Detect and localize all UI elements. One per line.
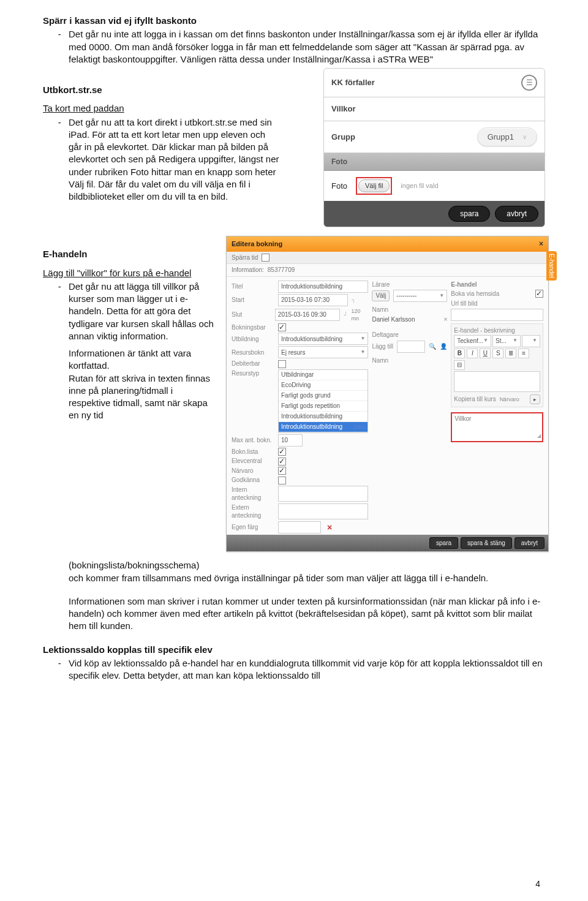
int-l: Intern anteckning xyxy=(232,486,274,502)
slut-field[interactable]: 2015-03-16 09:30 xyxy=(275,309,340,321)
resurstyp-list[interactable]: Utbildningar EcoDriving Farligt gods gru… xyxy=(278,369,368,433)
list-icon[interactable]: ≣ xyxy=(505,349,516,358)
foto-header: Foto xyxy=(324,153,545,171)
bok-l: Bokningsbar xyxy=(232,323,274,332)
rte-area[interactable] xyxy=(454,371,540,392)
valj-fil-highlight: Välj fil xyxy=(356,177,392,195)
res-item-selected[interactable]: Introduktionsutbildning 1001 xyxy=(279,422,368,432)
intern-text[interactable] xyxy=(278,486,368,502)
search-icon[interactable]: 🔍 xyxy=(429,342,436,351)
egf-l: Egen färg xyxy=(232,523,274,532)
titel-field[interactable]: Introduktionsutbildning xyxy=(278,281,368,293)
blist-checkbox[interactable] xyxy=(278,448,286,456)
ehandel-side-tab[interactable]: E-handel xyxy=(546,251,557,281)
avbryt-button[interactable]: avbryt xyxy=(495,206,538,222)
valj-btn[interactable]: Välj xyxy=(372,290,390,301)
page-number: 4 xyxy=(535,878,540,890)
laggtill-field[interactable] xyxy=(397,341,425,353)
res-code: 1001 xyxy=(353,422,365,432)
res-item[interactable]: Utbildningar xyxy=(279,370,368,380)
god-l: Godkänna xyxy=(232,476,274,484)
valj-fil-button[interactable]: Välj fil xyxy=(358,179,390,192)
close-icon[interactable]: × xyxy=(539,239,543,249)
egenfarg-field[interactable] xyxy=(278,521,321,533)
start-field[interactable]: 2015-03-16 07:30 xyxy=(278,294,348,306)
max-l: Max ant. bokn. xyxy=(232,436,274,445)
utb-select[interactable]: Introduktionsutbildning xyxy=(278,333,368,345)
teckenf-select[interactable]: Teckenf... xyxy=(454,335,491,347)
eh-head: E-handel xyxy=(451,281,543,289)
strike-icon[interactable]: S xyxy=(492,349,503,358)
st-select[interactable]: St... xyxy=(492,335,521,347)
size-select[interactable] xyxy=(522,335,540,347)
url-l: Url till bild xyxy=(451,300,543,308)
extern-text[interactable] xyxy=(278,503,368,519)
grupp-value-chip[interactable]: Grupp1 ∨ xyxy=(477,127,537,147)
larare-select[interactable]: ---------- xyxy=(393,290,447,302)
url-field[interactable] xyxy=(451,309,543,321)
copy-btn[interactable]: ▸ xyxy=(530,394,540,404)
align-icon[interactable]: ≡ xyxy=(518,349,529,358)
namn2-l: Namn xyxy=(372,356,447,365)
sparra-checkbox[interactable] xyxy=(262,254,270,262)
titel-l: Titel xyxy=(232,282,274,291)
dialog-col1: Titel Introduktionsutbildning Start 2015… xyxy=(232,281,368,533)
sparra-bar: Spärra tid xyxy=(227,252,548,265)
row-grupp[interactable]: Grupp Grupp1 ∨ xyxy=(324,121,545,154)
boka-l: Boka via hemsida xyxy=(451,290,532,298)
ipad-buttons: spara avbryt xyxy=(324,201,545,227)
editera-bokning-screenshot: Editera bokning × E-handel Spärra tid In… xyxy=(226,236,549,552)
dialog-col3: E-handel Boka via hemsida Url till bild … xyxy=(451,281,543,533)
clear-color-icon[interactable]: × xyxy=(327,524,332,530)
start-l: Start xyxy=(232,296,274,304)
narvaro-chip[interactable]: Närvaro xyxy=(500,396,519,403)
bold-icon[interactable]: B xyxy=(454,349,465,358)
res-item[interactable]: EcoDriving xyxy=(279,380,368,391)
lektions-body: Vid köp av lektionssaldo på e-handel har… xyxy=(66,657,545,682)
slut-l: Slut xyxy=(232,311,271,319)
lektions-list: Vid köp av lektionssaldo på e-handel har… xyxy=(43,657,545,682)
row-kk[interactable]: KK förfaller ☰ xyxy=(324,69,545,97)
row-villkor[interactable]: Villkor xyxy=(324,97,545,121)
deb-l: Debiterbar xyxy=(232,360,274,368)
res-item[interactable]: Farligt gods repetition xyxy=(279,401,368,412)
bok-checkbox[interactable] xyxy=(278,323,286,331)
boka-checkbox[interactable] xyxy=(535,290,543,298)
utb-l: Utbildning xyxy=(232,335,274,344)
max-field[interactable]: 10 xyxy=(278,434,303,447)
foto-label: Foto xyxy=(331,181,347,192)
reb-select[interactable]: Ej resurs xyxy=(278,346,368,358)
user-icon[interactable]: 👤 xyxy=(440,342,447,351)
god-checkbox[interactable] xyxy=(278,477,286,484)
blist-l: Bokn.lista xyxy=(232,448,274,456)
rte-toolbar: B I U S ≣ ≡ ⊟ xyxy=(454,349,540,370)
ext-l: Extern anteckning xyxy=(232,503,274,520)
delt-l: Deltagare xyxy=(372,331,447,339)
spara-stang-btn[interactable]: spara & stäng xyxy=(461,537,512,549)
deb-checkbox[interactable] xyxy=(278,360,286,368)
dialog-col2: Lärare Välj ---------- Namn Daniel Karls… xyxy=(372,281,447,533)
foto-body: Foto Välj fil ingen fil vald xyxy=(324,171,545,201)
underline-icon[interactable]: U xyxy=(480,349,491,358)
narv-l: Närvaro xyxy=(232,467,274,475)
narv-checkbox[interactable] xyxy=(278,467,286,475)
namn-l: Namn xyxy=(372,306,447,314)
spara-btn[interactable]: spara xyxy=(429,537,458,549)
kk-label: KK förfaller xyxy=(331,77,375,88)
olist-icon[interactable]: ⊟ xyxy=(454,360,465,370)
grupp-label: Grupp xyxy=(331,132,355,143)
grupp-value: Grupp1 xyxy=(488,132,514,143)
spara-button[interactable]: spara xyxy=(448,206,490,222)
italic-icon[interactable]: I xyxy=(467,349,478,358)
avbryt-btn[interactable]: avbryt xyxy=(514,537,545,549)
res-l: Resurstyp xyxy=(232,369,274,378)
res-item[interactable]: Introduktionsutbildning xyxy=(279,412,368,422)
info-icon[interactable]: ☰ xyxy=(521,75,537,91)
remove-icon[interactable]: × xyxy=(443,315,447,324)
sparr-body: Det går nu inte att logga in i kassan om… xyxy=(66,28,545,66)
paddan-body: Det går nu att ta kort direkt i utbkort.… xyxy=(66,116,281,203)
elev-checkbox[interactable] xyxy=(278,458,286,466)
res-item[interactable]: Farligt gods grund xyxy=(279,391,368,401)
dialog-footer: spara spara & stäng avbryt xyxy=(227,535,548,552)
resize-icon[interactable]: ◢ xyxy=(537,433,541,440)
